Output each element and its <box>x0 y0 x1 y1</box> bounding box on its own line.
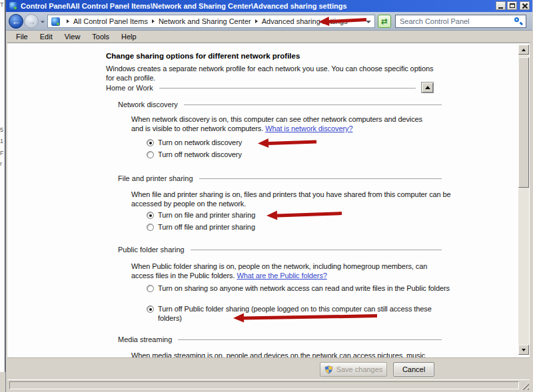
media-streaming-description: When media streaming is on, people and d… <box>131 351 464 357</box>
forward-button[interactable]: → <box>24 14 39 29</box>
breadcrumb-item-all-control-panel-items[interactable]: All Control Panel Items <box>73 17 148 25</box>
triangle-up-icon <box>522 49 526 51</box>
settings-content-area: Change sharing options for different net… <box>7 43 530 357</box>
section-title: Media streaming <box>118 335 172 343</box>
scrollbar-thumb[interactable] <box>518 57 529 188</box>
collapse-profile-button[interactable] <box>421 82 434 93</box>
breadcrumb-item-network-and-sharing-center[interactable]: Network and Sharing Center <box>159 17 251 25</box>
radio-turn-off-network-discovery[interactable]: Turn off network discovery <box>147 150 242 160</box>
title-bar[interactable]: Control Panel\All Control Panel Items\Ne… <box>6 0 532 12</box>
divider-line <box>199 178 442 179</box>
back-arrow-icon: ← <box>12 17 21 26</box>
maximize-icon <box>510 3 515 8</box>
navigation-toolbar: ← → All Control Panel Items Network and … <box>6 12 532 31</box>
radio-button-icon[interactable] <box>147 305 154 313</box>
search-box <box>395 15 526 28</box>
breadcrumb-separator-icon <box>255 19 258 23</box>
intro-text: Windows creates a separate network profi… <box>106 64 436 83</box>
background-text-fragment: r <box>0 160 2 167</box>
chevron-up-icon <box>425 86 430 89</box>
menu-edit[interactable]: Edit <box>34 31 59 42</box>
radio-turn-on-public-folder-sharing[interactable]: Turn on sharing so anyone with network a… <box>147 284 451 294</box>
radio-button-icon[interactable] <box>147 139 154 146</box>
status-bar <box>7 379 530 391</box>
radio-button-icon[interactable] <box>147 212 154 219</box>
vertical-scrollbar[interactable] <box>518 45 529 355</box>
control-panel-icon <box>9 2 17 10</box>
recent-pages-chevron-icon[interactable] <box>41 21 45 23</box>
radio-button-icon[interactable] <box>147 224 154 231</box>
background-window-sliver: T 5 1 F r <box>0 0 5 392</box>
address-location-icon <box>51 17 60 26</box>
section-title: Network discovery <box>118 100 178 108</box>
dialog-button-bar: Save changes Cancel <box>7 357 530 379</box>
menu-file[interactable]: File <box>10 31 34 42</box>
breadcrumb-separator-icon <box>67 19 69 23</box>
search-icon[interactable] <box>514 17 523 26</box>
what-is-network-discovery-link[interactable]: What is network discovery? <box>265 124 352 132</box>
triangle-down-icon <box>522 349 526 351</box>
page-title: Change sharing options for different net… <box>106 52 300 60</box>
scroll-down-button[interactable] <box>518 345 529 355</box>
status-panel <box>9 381 519 389</box>
divider-line <box>159 88 416 89</box>
profile-group-header: Home or Work <box>106 82 434 93</box>
divider-line <box>184 104 442 105</box>
breadcrumb-separator-icon <box>152 19 155 23</box>
refresh-icon: ⇄ <box>381 17 388 26</box>
refresh-button[interactable]: ⇄ <box>378 15 391 28</box>
section-header-media-streaming: Media streaming <box>118 335 442 343</box>
radio-turn-on-file-printer-sharing[interactable]: Turn on file and printer sharing <box>147 211 255 220</box>
background-text-fragment: 1 <box>0 138 3 144</box>
background-gray-block <box>0 372 5 392</box>
network-discovery-description: When network discovery is on, this compu… <box>131 114 428 133</box>
divider-line <box>178 339 442 340</box>
radio-button-icon[interactable] <box>147 285 154 292</box>
scroll-up-button[interactable] <box>518 45 529 55</box>
menu-bar: File Edit View Tools Help <box>6 31 532 43</box>
profile-group-label: Home or Work <box>106 84 153 92</box>
forward-arrow-icon: → <box>27 17 36 26</box>
radio-turn-off-file-printer-sharing[interactable]: Turn off file and printer sharing <box>147 223 255 232</box>
background-text-fragment: T <box>0 1 4 8</box>
section-title: File and printer sharing <box>118 174 193 182</box>
resize-grip[interactable] <box>520 381 529 390</box>
cancel-button[interactable]: Cancel <box>393 362 434 377</box>
menu-tools[interactable]: Tools <box>86 31 115 42</box>
background-text-fragment: 5 <box>0 126 3 133</box>
uac-shield-icon <box>324 365 333 374</box>
minimize-icon <box>498 7 503 9</box>
maximize-button[interactable] <box>507 1 517 10</box>
close-icon <box>522 3 528 9</box>
menu-help[interactable]: Help <box>115 31 143 42</box>
section-header-network-discovery: Network discovery <box>118 100 442 108</box>
public-folder-sharing-description: When Public folder sharing is on, people… <box>131 262 434 280</box>
what-are-public-folders-link[interactable]: What are the Public folders? <box>237 272 326 280</box>
save-changes-button[interactable]: Save changes <box>320 362 387 377</box>
divider-line <box>191 250 442 250</box>
background-text-fragment: F <box>0 150 4 156</box>
menu-view[interactable]: View <box>59 31 87 42</box>
section-header-public-folder-sharing: Public folder sharing <box>118 246 442 254</box>
close-button[interactable] <box>520 1 530 10</box>
radio-button-icon[interactable] <box>147 151 154 158</box>
file-printer-sharing-description: When file and printer sharing is on, fil… <box>131 190 451 208</box>
section-title: Public folder sharing <box>118 246 185 254</box>
screenshot-canvas: T 5 1 F r Control Panel\All Control Pane… <box>0 0 533 392</box>
minimize-button[interactable] <box>496 1 506 10</box>
advanced-sharing-settings-window: Control Panel\All Control Panel Items\Ne… <box>5 0 533 392</box>
search-input[interactable] <box>396 16 514 27</box>
section-header-file-printer-sharing: File and printer sharing <box>118 174 442 182</box>
window-title: Control Panel\All Control Panel Items\Ne… <box>21 2 347 10</box>
back-button[interactable]: ← <box>9 14 23 29</box>
radio-turn-on-network-discovery[interactable]: Turn on network discovery <box>147 138 242 148</box>
